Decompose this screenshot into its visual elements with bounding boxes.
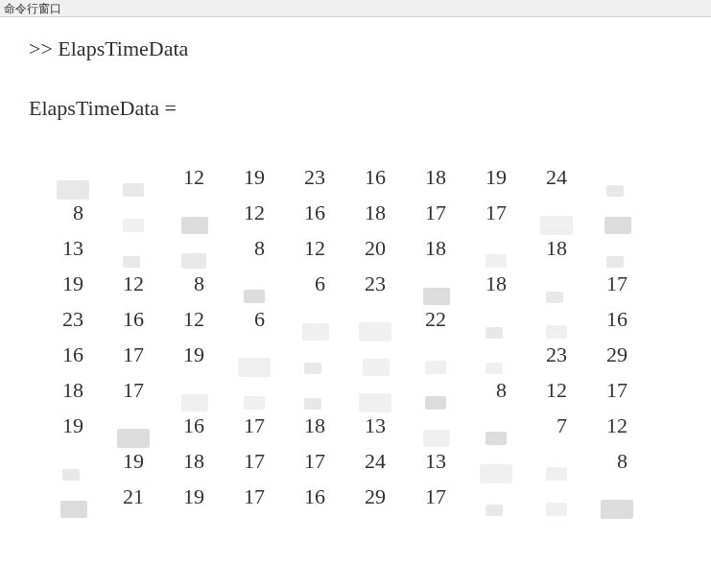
- matrix-cell: 13: [339, 413, 399, 438]
- matrix-cell: 19: [97, 449, 157, 474]
- matrix-cell: 8: [218, 236, 278, 261]
- matrix-cell: 6: [278, 271, 339, 296]
- matrix-row: 1916171813712: [36, 408, 711, 443]
- matrix-cell: 12: [520, 378, 581, 403]
- matrix-cell: 17: [581, 378, 641, 403]
- matrix-cell: 18: [460, 271, 520, 296]
- matrix-cell: 19: [36, 413, 97, 438]
- matrix-row: 12192316181924: [36, 159, 711, 195]
- matrix-cell: 18: [36, 378, 97, 403]
- matrix-cell: 16: [97, 307, 157, 332]
- matrix-cell: 23: [36, 307, 97, 332]
- matrix-row: 1617192329: [36, 337, 711, 372]
- matrix-cell: 17: [97, 378, 157, 403]
- matrix-cell: 7: [520, 413, 581, 438]
- prompt-text: >> ElapsTimeData: [29, 36, 188, 60]
- matrix-cell: 19: [157, 342, 218, 367]
- result-variable-name: ElapsTimeData =: [29, 96, 711, 121]
- matrix-cell: 18: [157, 449, 218, 474]
- matrix-cell: 12: [278, 236, 339, 261]
- matrix-row: 1918171724138: [36, 443, 711, 479]
- obscured-region: [546, 503, 567, 516]
- matrix-cell: 13: [399, 449, 460, 474]
- matrix-cell: 16: [339, 165, 399, 190]
- matrix-cell: 6: [218, 307, 278, 332]
- matrix-cell: 16: [157, 413, 218, 438]
- matrix-cell: 13: [36, 236, 97, 261]
- matrix-cell: 18: [520, 236, 581, 261]
- matrix-cell: 12: [218, 200, 278, 225]
- matrix-row: 181781217: [36, 372, 711, 408]
- matrix-cell: 17: [399, 200, 460, 225]
- matrix-row: 23161262216: [36, 301, 711, 337]
- matrix-cell: 17: [581, 271, 641, 296]
- matrix-cell: 17: [399, 484, 460, 509]
- matrix-cell: 16: [36, 342, 97, 367]
- window-title: 命令行窗口: [4, 2, 61, 15]
- matrix-cell: 29: [581, 342, 641, 367]
- matrix-cell: 16: [278, 200, 339, 225]
- matrix-cell: 12: [157, 307, 218, 332]
- matrix-output: 1219231618192481216181717138122018181912…: [29, 159, 711, 514]
- matrix-cell: 19: [218, 165, 278, 190]
- matrix-cell: 23: [278, 165, 339, 190]
- matrix-cell: 17: [218, 484, 278, 509]
- matrix-row: 191286231817: [36, 266, 711, 301]
- matrix-cell: 18: [339, 200, 399, 225]
- result-label-text: ElapsTimeData =: [29, 96, 177, 120]
- matrix-cell: 20: [339, 236, 399, 261]
- window-titlebar: 命令行窗口: [0, 0, 711, 17]
- matrix-row: 81216181717: [36, 195, 711, 230]
- matrix-cell: 19: [36, 271, 97, 296]
- matrix-cell: 8: [36, 200, 97, 225]
- matrix-cell: 24: [520, 165, 581, 190]
- command-window-content[interactable]: >> ElapsTimeData ElapsTimeData = 1219231…: [0, 17, 711, 514]
- matrix-cell: 22: [399, 307, 460, 332]
- matrix-row: 13812201818: [36, 230, 711, 266]
- matrix-cell: 16: [581, 307, 641, 332]
- matrix-cell: 17: [218, 449, 278, 474]
- matrix-cell: 12: [157, 165, 218, 190]
- matrix-cell: 19: [460, 165, 520, 190]
- matrix-row: 211917162917: [36, 479, 711, 514]
- obscured-region: [60, 501, 87, 518]
- matrix-cell: 18: [399, 236, 460, 261]
- matrix-cell: 16: [278, 484, 339, 509]
- matrix-cell: 23: [339, 271, 399, 296]
- matrix-cell: 8: [460, 378, 520, 403]
- matrix-cell: 17: [97, 342, 157, 367]
- obscured-region: [601, 500, 633, 519]
- matrix-cell: 12: [97, 271, 157, 296]
- obscured-region: [486, 505, 503, 516]
- matrix-cell: 17: [460, 200, 520, 225]
- matrix-cell: 8: [157, 271, 218, 296]
- matrix-cell: 23: [520, 342, 581, 367]
- matrix-cell: 8: [581, 449, 641, 474]
- matrix-cell: 18: [278, 413, 339, 438]
- matrix-cell: 21: [97, 484, 157, 509]
- matrix-cell: 17: [278, 449, 339, 474]
- command-prompt-line: >> ElapsTimeData: [29, 36, 711, 61]
- matrix-cell: 29: [339, 484, 399, 509]
- matrix-cell: 24: [339, 449, 399, 474]
- matrix-cell: 17: [218, 413, 278, 438]
- matrix-cell: 19: [157, 484, 218, 509]
- matrix-cell: 18: [399, 165, 460, 190]
- matrix-cell: 12: [581, 413, 641, 438]
